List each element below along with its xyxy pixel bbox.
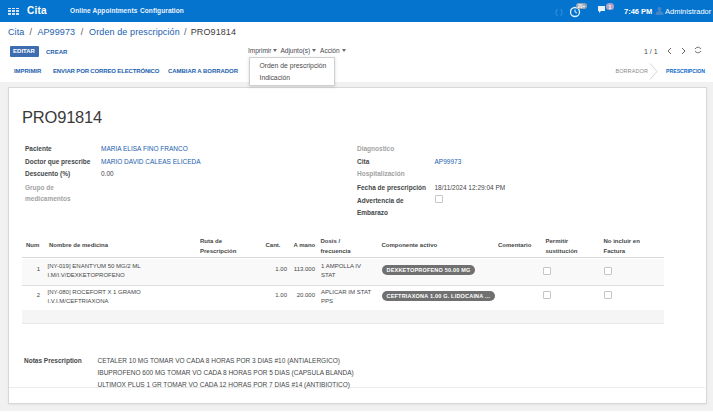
svg-text:( ): ( ) [555,7,563,16]
